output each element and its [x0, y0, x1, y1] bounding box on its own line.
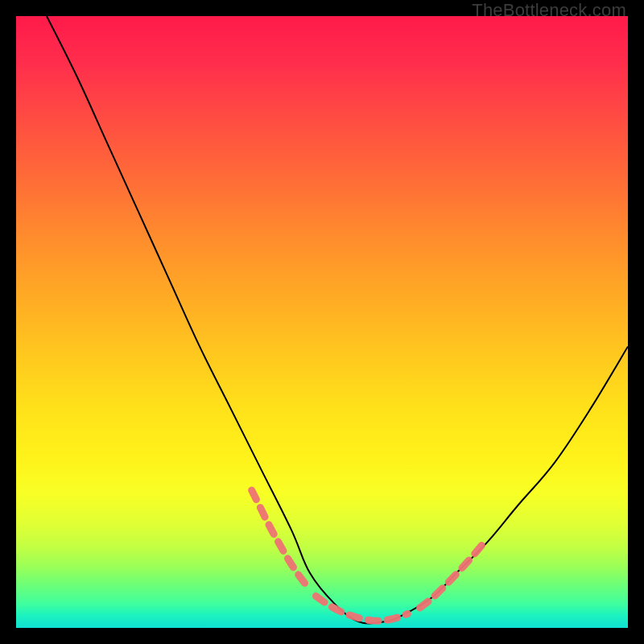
chart-frame: TheBottleneck.com — [0, 0, 644, 644]
curve-line — [47, 16, 628, 624]
highlight-segment-2 — [420, 545, 483, 608]
plot-area — [16, 16, 628, 628]
chart-svg — [16, 16, 628, 628]
